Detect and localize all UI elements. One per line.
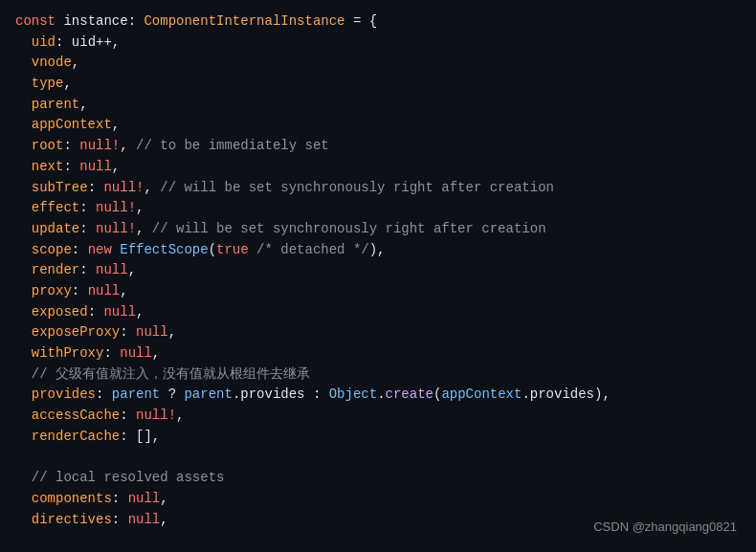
code-token: Object <box>329 386 377 402</box>
code-token: . <box>377 386 385 402</box>
code-token: ComponentInternalInstance <box>144 13 345 29</box>
code-token: , <box>120 138 136 153</box>
code-token: provides <box>15 386 96 402</box>
code-token: , <box>63 76 71 91</box>
code-token: withProxy <box>15 345 103 361</box>
code-token: , <box>79 97 87 112</box>
code-line: exposed: null, <box>15 302 741 323</box>
code-token: : <box>56 34 72 50</box>
code-token: null <box>79 159 112 174</box>
code-token: next <box>15 159 63 174</box>
code-token: null! <box>79 138 120 153</box>
code-token: null <box>88 283 121 298</box>
code-line: components: null, <box>15 489 741 510</box>
code-line: proxy: null, <box>15 281 741 302</box>
code-token: : <box>63 159 79 174</box>
code-token: directives <box>15 512 112 527</box>
code-token: : [], <box>120 429 160 444</box>
code-token: , <box>168 324 176 340</box>
code-token: null! <box>96 200 136 215</box>
code-token: : <box>88 304 104 320</box>
code-token: , <box>128 262 136 277</box>
code-token: = { <box>345 13 378 29</box>
code-line: provides: parent ? parent.provides : Obj… <box>15 385 741 406</box>
code-token: : <box>112 491 128 506</box>
code-token: new <box>88 242 121 257</box>
code-token: // will be set synchronously right after… <box>160 180 554 195</box>
code-line: type, <box>15 74 741 95</box>
code-token: : <box>79 221 96 236</box>
code-token: // 父级有值就注入，没有值就从根组件去继承 <box>15 366 310 382</box>
code-token <box>249 242 256 257</box>
code-token: parent <box>184 386 232 402</box>
code-token: , <box>144 180 160 195</box>
code-token: : <box>120 408 136 423</box>
code-token: type <box>15 76 63 91</box>
code-line: // local resolved assets <box>15 468 741 489</box>
code-token: // will be set synchronously right after… <box>152 221 546 236</box>
code-line: // 父级有值就注入，没有值就从根组件去继承 <box>15 364 741 386</box>
code-line: next: null, <box>15 157 741 178</box>
code-token: null! <box>136 408 176 423</box>
code-line: vnode, <box>15 53 741 74</box>
code-token: : <box>103 345 120 361</box>
code-viewer: const instance: ComponentInternalInstanc… <box>0 0 756 552</box>
code-token: , <box>136 304 144 320</box>
code-token: : <box>72 242 88 257</box>
code-token: exposed <box>15 304 88 320</box>
code-token: : <box>128 13 145 29</box>
code-token: /* detached */ <box>256 242 369 257</box>
code-token: render <box>15 262 79 277</box>
code-token: : <box>88 180 104 195</box>
code-token: create <box>386 386 434 402</box>
code-line: parent, <box>15 95 741 116</box>
code-token: exposeProxy <box>15 324 120 340</box>
code-token: vnode <box>15 55 72 70</box>
code-token: , <box>112 159 120 174</box>
code-line: effect: null!, <box>15 198 741 219</box>
code-token: : <box>63 138 79 153</box>
code-token: parent <box>15 97 79 112</box>
code-token: , <box>112 117 120 132</box>
code-token: .provides : <box>233 386 329 402</box>
code-token: , <box>152 345 160 361</box>
code-token: accessCache <box>15 408 120 423</box>
code-line: appContext, <box>15 115 741 136</box>
code-token: : <box>72 283 88 298</box>
code-token: null <box>103 304 136 320</box>
code-line: render: null, <box>15 260 741 281</box>
code-token: null <box>120 345 152 361</box>
code-token: parent <box>112 386 160 402</box>
code-token: update <box>15 221 79 236</box>
code-token: : <box>112 512 128 527</box>
code-block: const instance: ComponentInternalInstanc… <box>15 11 741 530</box>
code-token: ? <box>160 386 184 402</box>
code-token: , <box>136 221 152 236</box>
code-token: ( <box>209 242 216 257</box>
code-token: root <box>15 138 63 153</box>
code-token: uid <box>15 34 56 50</box>
code-token: true <box>216 242 249 257</box>
code-line: const instance: ComponentInternalInstanc… <box>15 11 741 33</box>
code-token: , <box>136 200 144 215</box>
code-token: , <box>160 491 167 506</box>
code-line: withProxy: null, <box>15 343 741 364</box>
code-token: effect <box>15 200 79 215</box>
code-token: : <box>120 324 136 340</box>
code-token: null <box>136 324 168 340</box>
code-token: , <box>160 512 167 527</box>
code-token: null! <box>103 180 144 195</box>
code-line: root: null!, // to be immediately set <box>15 136 741 157</box>
code-token: null <box>128 491 161 506</box>
code-line: accessCache: null!, <box>15 406 741 427</box>
code-token: appContext <box>15 117 112 132</box>
code-token: components <box>15 491 112 506</box>
code-token: , <box>120 283 127 298</box>
code-line: scope: new EffectScope(true /* detached … <box>15 240 741 261</box>
code-token: ), <box>369 242 386 257</box>
code-token: , <box>72 55 79 70</box>
code-token: : <box>79 200 96 215</box>
code-line: renderCache: [], <box>15 427 741 448</box>
code-token: null <box>96 262 128 277</box>
code-token: , <box>176 408 184 423</box>
